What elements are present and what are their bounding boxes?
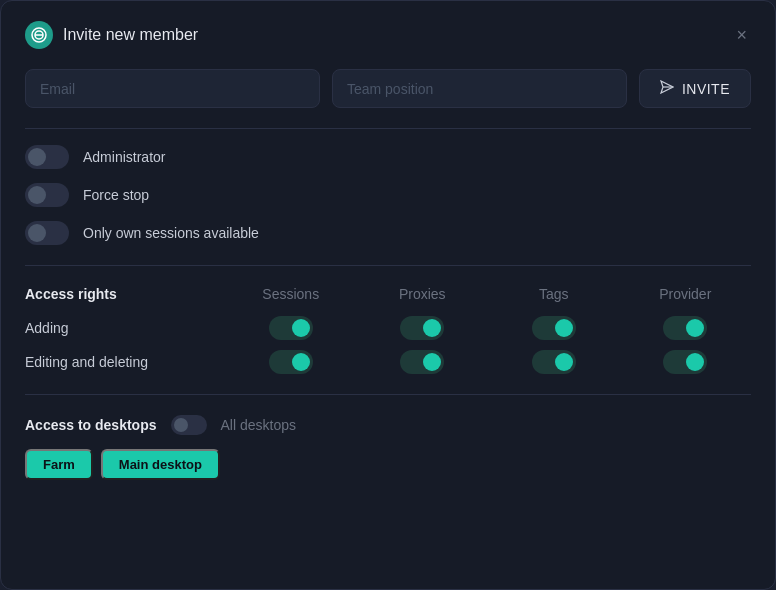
app-icon xyxy=(25,21,53,49)
toggle-thumb xyxy=(686,319,704,337)
mid-divider xyxy=(25,265,751,266)
position-input[interactable] xyxy=(332,69,627,108)
invite-button[interactable]: INVITE xyxy=(639,69,751,108)
toggle-thumb xyxy=(174,418,188,432)
adding-sessions-cell xyxy=(225,316,357,340)
toggle-thumb xyxy=(292,319,310,337)
adding-row: Adding xyxy=(25,316,751,340)
col-provider: Provider xyxy=(620,286,752,302)
close-button[interactable]: × xyxy=(732,22,751,48)
toggle-thumb xyxy=(423,353,441,371)
main-desktop-tag[interactable]: Main desktop xyxy=(101,449,220,480)
bottom-divider xyxy=(25,394,751,395)
modal-title: Invite new member xyxy=(63,26,198,44)
send-icon xyxy=(660,80,674,97)
col-proxies: Proxies xyxy=(357,286,489,302)
editing-sessions-toggle[interactable] xyxy=(269,350,313,374)
toggle-thumb xyxy=(423,319,441,337)
col-sessions: Sessions xyxy=(225,286,357,302)
adding-provider-cell xyxy=(620,316,752,340)
toggle-thumb xyxy=(28,186,46,204)
administrator-row: Administrator xyxy=(25,145,751,169)
adding-tags-cell xyxy=(488,316,620,340)
force-stop-toggle[interactable] xyxy=(25,183,69,207)
access-rights-header: Access rights Sessions Proxies Tags Prov… xyxy=(25,286,751,302)
adding-provider-toggle[interactable] xyxy=(663,316,707,340)
invite-modal: Invite new member × INVITE Administrator xyxy=(0,0,776,590)
adding-proxies-cell xyxy=(357,316,489,340)
editing-row: Editing and deleting xyxy=(25,350,751,374)
adding-proxies-toggle[interactable] xyxy=(400,316,444,340)
editing-proxies-cell xyxy=(357,350,489,374)
adding-tags-toggle[interactable] xyxy=(532,316,576,340)
toggle-thumb xyxy=(686,353,704,371)
modal-title-group: Invite new member xyxy=(25,21,198,49)
toggle-thumb xyxy=(555,353,573,371)
farm-tag[interactable]: Farm xyxy=(25,449,93,480)
force-stop-row: Force stop xyxy=(25,183,751,207)
toggle-thumb xyxy=(28,224,46,242)
editing-tags-toggle[interactable] xyxy=(532,350,576,374)
email-input[interactable] xyxy=(25,69,320,108)
invite-label: INVITE xyxy=(682,81,730,97)
toggle-thumb xyxy=(555,319,573,337)
top-divider xyxy=(25,128,751,129)
desktop-tags: Farm Main desktop xyxy=(25,449,751,480)
editing-proxies-toggle[interactable] xyxy=(400,350,444,374)
editing-label: Editing and deleting xyxy=(25,354,225,370)
desktop-section: Access to desktops All desktops Farm Mai… xyxy=(25,415,751,480)
own-sessions-label: Only own sessions available xyxy=(83,225,259,241)
col-tags: Tags xyxy=(488,286,620,302)
editing-provider-cell xyxy=(620,350,752,374)
own-sessions-toggle[interactable] xyxy=(25,221,69,245)
permissions-section: Administrator Force stop Only own sessio… xyxy=(25,145,751,245)
desktop-access-title: Access to desktops xyxy=(25,417,157,433)
toggle-thumb xyxy=(28,148,46,166)
form-row: INVITE xyxy=(25,69,751,108)
editing-provider-toggle[interactable] xyxy=(663,350,707,374)
adding-sessions-toggle[interactable] xyxy=(269,316,313,340)
all-desktops-label: All desktops xyxy=(221,417,296,433)
own-sessions-row: Only own sessions available xyxy=(25,221,751,245)
editing-tags-cell xyxy=(488,350,620,374)
modal-header: Invite new member × xyxy=(25,21,751,49)
force-stop-label: Force stop xyxy=(83,187,149,203)
access-rights-title: Access rights xyxy=(25,286,225,302)
all-desktops-toggle[interactable] xyxy=(171,415,207,435)
adding-label: Adding xyxy=(25,320,225,336)
desktop-access-row: Access to desktops All desktops xyxy=(25,415,751,435)
administrator-toggle[interactable] xyxy=(25,145,69,169)
editing-sessions-cell xyxy=(225,350,357,374)
toggle-thumb xyxy=(292,353,310,371)
administrator-label: Administrator xyxy=(83,149,165,165)
access-rights-section: Access rights Sessions Proxies Tags Prov… xyxy=(25,286,751,374)
